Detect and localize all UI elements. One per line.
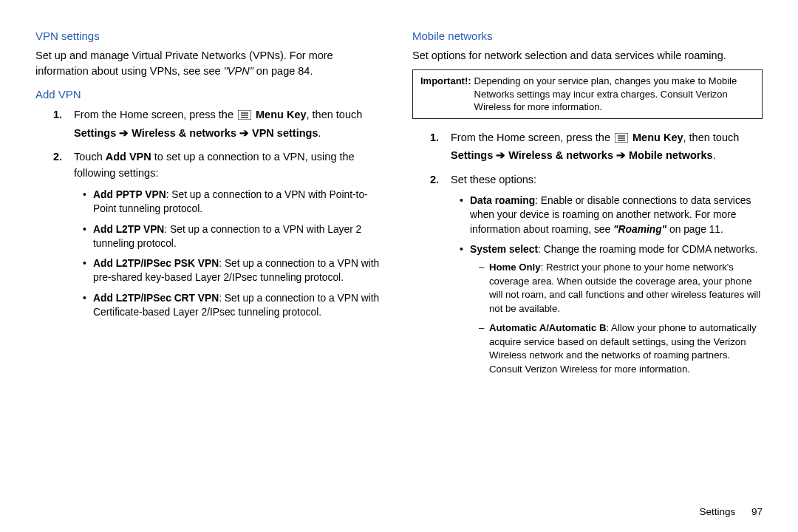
list-item: System select: Change the roaming mode f… [460, 242, 763, 376]
step1-text-a: From the Home screen, press the [451, 132, 613, 143]
important-note: Important!: Depending on your service pl… [412, 69, 763, 119]
step-1: 1. From the Home screen, press the Menu … [53, 106, 386, 141]
roaming-ref: "Roaming" [613, 224, 666, 235]
menu-key-icon [615, 131, 628, 147]
vpn-type-title: Add L2TP/IPSec PSK VPN [93, 258, 219, 269]
step2-text: Set these options: [451, 174, 536, 185]
step-2: 2. Touch Add VPN to set up a connection … [53, 149, 386, 319]
vpn-type-title: Add L2TP VPN [93, 224, 164, 235]
step-number: 1. [430, 129, 439, 146]
menu-key-label: Menu Key [630, 132, 683, 143]
list-item: Add L2TP VPN: Set up a connection to a V… [83, 222, 386, 251]
step1-text-c: . [713, 149, 716, 161]
step1-path: Settings ➔ Wireless & networks ➔ Mobile … [451, 149, 713, 161]
vpn-ref: "VPN" [224, 65, 253, 77]
menu-key-icon [238, 108, 251, 124]
step1-text-a: From the Home screen, press the [74, 109, 236, 120]
step1-text-c: . [318, 127, 321, 139]
add-vpn-heading: Add VPN [35, 88, 386, 100]
mobile-steps: 1. From the Home screen, press the Menu … [430, 129, 763, 377]
list-item: Add PPTP VPN: Set up a connection to a V… [83, 188, 386, 216]
section-name: Settings [699, 506, 735, 517]
mobile-networks-heading: Mobile networks [412, 30, 763, 42]
list-item: Add L2TP/IPSec PSK VPN: Set up a connect… [83, 256, 386, 285]
step1-text-b: , then touch [307, 109, 363, 120]
mobile-intro-text: Set options for network selection and da… [412, 48, 763, 64]
step1-path: Settings ➔ Wireless & networks ➔ VPN set… [74, 127, 318, 139]
step-number: 1. [53, 106, 62, 123]
step-2: 2. Set these options: Data roaming: Enab… [430, 171, 763, 377]
mode-title: Home Only [489, 262, 541, 273]
vpn-settings-heading: VPN settings [35, 30, 386, 42]
step-number: 2. [430, 171, 439, 188]
add-vpn-label: Add VPN [106, 151, 151, 163]
option-desc: : Change the roaming mode for CDMA netwo… [538, 244, 758, 255]
vpn-types-list: Add PPTP VPN: Set up a connection to a V… [83, 188, 386, 320]
mobile-options-list: Data roaming: Enable or disable connecti… [460, 194, 763, 376]
important-text: Depending on your service plan, changes … [474, 75, 754, 114]
step-number: 2. [53, 149, 62, 165]
mode-title: Automatic A/Automatic B [489, 322, 607, 333]
important-label: Important!: [420, 75, 474, 114]
step-1: 1. From the Home screen, press the Menu … [430, 129, 763, 164]
option-title: System select [470, 244, 538, 255]
vpn-intro-text: Set up and manage Virtual Private Networ… [35, 48, 386, 79]
add-vpn-steps: 1. From the Home screen, press the Menu … [53, 106, 386, 319]
list-item: Data roaming: Enable or disable connecti… [460, 194, 763, 236]
vpn-type-title: Add PPTP VPN [93, 189, 166, 200]
page-footer: Settings 97 [699, 506, 763, 517]
step2-text-a: Touch [74, 151, 106, 163]
page-columns: VPN settings Set up and manage Virtual P… [35, 30, 763, 383]
list-item: Home Only: Restrict your phone to your h… [479, 261, 763, 316]
vpn-intro-part2: on page 84. [253, 65, 313, 77]
option-title: Data roaming [470, 195, 535, 206]
menu-key-label: Menu Key [253, 109, 307, 120]
list-item: Automatic A/Automatic B: Allow your phon… [479, 321, 763, 376]
list-item: Add L2TP/IPSec CRT VPN: Set up a connect… [83, 291, 386, 320]
option-desc-part2: on page 11. [666, 224, 723, 235]
page-number: 97 [751, 506, 763, 517]
vpn-type-title: Add L2TP/IPSec CRT VPN [93, 293, 219, 304]
left-column: VPN settings Set up and manage Virtual P… [35, 30, 386, 383]
system-select-modes: Home Only: Restrict your phone to your h… [479, 261, 763, 376]
step1-text-b: , then touch [683, 132, 740, 143]
right-column: Mobile networks Set options for network … [412, 30, 763, 383]
